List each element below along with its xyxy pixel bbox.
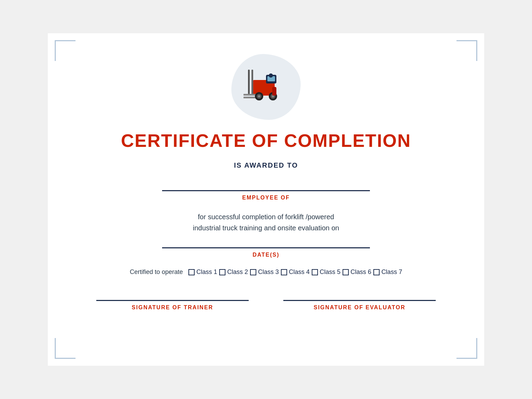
signatures-row: SIGNATURE OF TRAINER SIGNATURE OF EVALUA… xyxy=(76,300,456,311)
class-1-checkbox[interactable] xyxy=(188,269,195,275)
svg-rect-4 xyxy=(248,70,250,96)
svg-rect-7 xyxy=(243,97,256,98)
class-item-7: Class 7 xyxy=(373,268,402,276)
svg-rect-5 xyxy=(251,70,253,96)
class-2-label: Class 2 xyxy=(227,268,248,276)
class-2-checkbox[interactable] xyxy=(219,269,225,275)
trainer-signature-label: SIGNATURE OF TRAINER xyxy=(132,304,213,311)
dates-label: DATE(S) xyxy=(252,252,280,258)
svg-point-3 xyxy=(269,73,273,78)
class-6-label: Class 6 xyxy=(351,268,371,276)
certificate-title: CERTIFICATE OF COMPLETION xyxy=(121,130,411,151)
class-3-checkbox[interactable] xyxy=(250,269,256,275)
class-7-label: Class 7 xyxy=(381,268,402,276)
corner-bracket-br xyxy=(456,338,477,359)
corner-bracket-tl xyxy=(55,40,76,61)
class-5-checkbox[interactable] xyxy=(312,269,318,275)
employee-label: EMPLOYEE OF xyxy=(242,195,290,201)
corner-bracket-tr xyxy=(456,40,477,61)
class-7-checkbox[interactable] xyxy=(373,269,380,275)
classes-row: Certified to operate Class 1 Class 2 Cla… xyxy=(76,268,456,276)
logo-blob xyxy=(231,54,301,120)
date-field-section: DATE(S) xyxy=(162,247,370,258)
class-item-6: Class 6 xyxy=(343,268,371,276)
date-line xyxy=(162,247,370,248)
class-item-4: Class 4 xyxy=(281,268,310,276)
class-item-1: Class 1 xyxy=(188,268,217,276)
body-text-line2: industrial truck training and onsite eva… xyxy=(193,224,339,232)
trainer-signature-block: SIGNATURE OF TRAINER xyxy=(96,300,249,311)
logo-area xyxy=(231,54,301,120)
class-5-label: Class 5 xyxy=(320,268,340,276)
class-4-checkbox[interactable] xyxy=(281,269,287,275)
corner-bracket-bl xyxy=(55,338,76,359)
trainer-signature-line xyxy=(96,300,249,301)
class-item-2: Class 2 xyxy=(219,268,248,276)
certified-label: Certified to operate xyxy=(130,268,183,276)
svg-rect-14 xyxy=(272,87,276,96)
body-text-line1: for successful completion of forklift /p… xyxy=(198,213,334,221)
forklift-icon xyxy=(242,68,290,106)
employee-line xyxy=(162,190,370,191)
svg-rect-6 xyxy=(243,94,256,96)
certificate: CERTIFICATE OF COMPLETION IS AWARDED TO … xyxy=(48,33,484,366)
evaluator-signature-label: SIGNATURE OF EVALUATOR xyxy=(313,304,405,311)
class-item-5: Class 5 xyxy=(312,268,340,276)
svg-point-10 xyxy=(258,95,260,97)
class-1-label: Class 1 xyxy=(196,268,217,276)
awarded-to-label: IS AWARDED TO xyxy=(234,161,298,169)
evaluator-signature-block: SIGNATURE OF EVALUATOR xyxy=(283,300,436,311)
class-item-3: Class 3 xyxy=(250,268,279,276)
class-3-label: Class 3 xyxy=(258,268,279,276)
body-text: for successful completion of forklift /p… xyxy=(193,211,339,233)
employee-field-section: EMPLOYEE OF xyxy=(162,190,370,201)
evaluator-signature-line xyxy=(283,300,436,301)
class-4-label: Class 4 xyxy=(289,268,310,276)
class-6-checkbox[interactable] xyxy=(343,269,349,275)
